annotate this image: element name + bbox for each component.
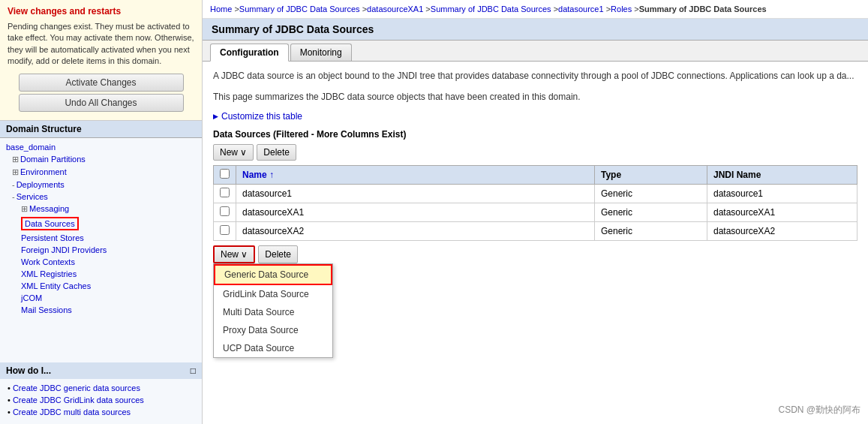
activate-changes-button[interactable]: Activate Changes bbox=[19, 74, 184, 92]
select-all-checkbox[interactable] bbox=[220, 169, 230, 179]
row-1-name: datasource1 bbox=[236, 185, 595, 203]
row-1-type: Generic bbox=[595, 185, 707, 203]
tree-item-messaging[interactable]: ⊞ Messaging bbox=[0, 203, 202, 215]
bottom-new-dropdown-container: New ∨ Generic Data Source GridLink Data … bbox=[213, 245, 255, 263]
row-1-jndi: datasource1 bbox=[707, 185, 857, 203]
expand-icon: - bbox=[12, 192, 15, 201]
view-changes-panel: View changes and restarts Pending change… bbox=[0, 0, 202, 121]
page-title: Summary of JDBC Data Sources bbox=[203, 19, 868, 41]
tree-link-foreign-jndi[interactable]: Foreign JNDI Providers bbox=[21, 245, 107, 254]
tree-item-xml-registries[interactable]: XML Registries bbox=[0, 268, 202, 280]
description-1: A JDBC data source is an object bound to… bbox=[213, 69, 857, 83]
dropdown-item-ucp[interactable]: UCP Data Source bbox=[214, 339, 332, 357]
datasource1-link[interactable]: datasource1 bbox=[242, 188, 292, 199]
row-checkbox-1 bbox=[214, 185, 236, 203]
dropdown-item-generic[interactable]: Generic Data Source bbox=[214, 264, 332, 285]
tree-item-deployments[interactable]: - Deployments bbox=[0, 179, 202, 191]
tree-item-xml-entity-caches[interactable]: XML Entity Caches bbox=[0, 280, 202, 292]
new-dropdown-menu: Generic Data Source GridLink Data Source… bbox=[213, 263, 333, 358]
expand-icon: ⊞ bbox=[12, 167, 19, 177]
bottom-new-button[interactable]: New ∨ bbox=[213, 245, 255, 263]
tree-item-work-contexts[interactable]: Work Contexts bbox=[0, 256, 202, 268]
tree-item-jcom[interactable]: jCOM bbox=[0, 292, 202, 304]
tree-item-foreign-jndi[interactable]: Foreign JNDI Providers bbox=[0, 244, 202, 256]
datasource-xa1-link[interactable]: datasourceXA1 bbox=[242, 207, 304, 218]
tree-link-work-contexts[interactable]: Work Contexts bbox=[21, 257, 75, 266]
row-1-checkbox[interactable] bbox=[220, 188, 230, 197]
tree-item-services[interactable]: - Services bbox=[0, 191, 202, 203]
tab-configuration[interactable]: Configuration bbox=[210, 44, 289, 62]
sidebar: View changes and restarts Pending change… bbox=[0, 0, 203, 424]
dropdown-item-proxy[interactable]: Proxy Data Source bbox=[214, 321, 332, 339]
table-row: datasourceXA2 Generic datasourceXA2 bbox=[214, 222, 857, 241]
breadcrumb-summary1[interactable]: Summary of JDBC Data Sources bbox=[239, 5, 360, 14]
breadcrumb-datasource-xa1[interactable]: datasourceXA1 bbox=[367, 5, 423, 14]
row-2-name: datasourceXA1 bbox=[236, 203, 595, 222]
row-3-type: Generic bbox=[595, 222, 707, 241]
table-title: Data Sources (Filtered - More Columns Ex… bbox=[213, 129, 857, 140]
tree-link-services[interactable]: Services bbox=[17, 192, 48, 201]
data-sources-table: Name ↑ Type JNDI Name datasource1 Generi… bbox=[213, 165, 857, 241]
collapse-icon[interactable]: □ bbox=[191, 365, 196, 376]
highlighted-data-sources: Data Sources bbox=[21, 217, 79, 230]
dropdown-item-gridlink[interactable]: GridLink Data Source bbox=[214, 285, 332, 303]
table-row: datasource1 Generic datasource1 bbox=[214, 185, 857, 203]
tree-item-persistent-stores[interactable]: Persistent Stores bbox=[0, 232, 202, 244]
breadcrumb-current: Summary of JDBC Data Sources bbox=[639, 5, 767, 14]
tree-item-environment[interactable]: ⊞ Environment bbox=[0, 166, 202, 179]
datasource-xa2-link[interactable]: datasourceXA2 bbox=[242, 226, 304, 236]
tree-item-data-sources[interactable]: Data Sources bbox=[0, 215, 202, 232]
bottom-toolbar: New ∨ Generic Data Source GridLink Data … bbox=[213, 245, 857, 263]
sort-name-link[interactable]: Name ↑ bbox=[242, 170, 274, 180]
table-row: datasourceXA1 Generic datasourceXA1 bbox=[214, 203, 857, 222]
view-changes-text: Pending changes exist. They must be acti… bbox=[8, 21, 194, 68]
row-2-checkbox[interactable] bbox=[220, 206, 230, 216]
dropdown-item-multi[interactable]: Multi Data Source bbox=[214, 303, 332, 321]
new-button-label: New ∨ bbox=[221, 249, 248, 260]
top-toolbar: New ∨ Delete bbox=[213, 144, 857, 161]
tree-link-deployments[interactable]: Deployments bbox=[17, 180, 65, 189]
breadcrumb-summary2[interactable]: Summary of JDBC Data Sources bbox=[431, 5, 551, 14]
tree-link-messaging[interactable]: Messaging bbox=[29, 204, 69, 213]
row-checkbox-2 bbox=[214, 203, 236, 222]
top-new-dropdown-container: New ∨ bbox=[213, 144, 254, 161]
tree-link-xml-registries[interactable]: XML Registries bbox=[21, 269, 77, 278]
breadcrumb-datasource1[interactable]: datasource1 bbox=[558, 5, 604, 14]
row-3-checkbox[interactable] bbox=[220, 225, 230, 235]
tree-item-domain-partitions[interactable]: ⊞ Domain Partitions bbox=[0, 153, 202, 166]
tree-root[interactable]: base_domain bbox=[0, 141, 202, 153]
main-content: Home >Summary of JDBC Data Sources >data… bbox=[203, 0, 868, 424]
how-do-i-link-3[interactable]: Create JDBC multi data sources bbox=[13, 407, 131, 416]
tree-item-mail-sessions[interactable]: Mail Sessions bbox=[0, 304, 202, 316]
watermark: CSDN @勤快的阿布 bbox=[778, 404, 860, 416]
th-jndi: JNDI Name bbox=[707, 166, 857, 185]
undo-changes-button[interactable]: Undo All Changes bbox=[19, 94, 184, 112]
tree-link-mail-sessions[interactable]: Mail Sessions bbox=[21, 305, 72, 314]
row-checkbox-3 bbox=[214, 222, 236, 241]
tree-link-domain-partitions[interactable]: Domain Partitions bbox=[20, 155, 86, 164]
tree-link-persistent-stores[interactable]: Persistent Stores bbox=[21, 233, 84, 242]
expand-icon: ⊞ bbox=[21, 204, 28, 214]
top-delete-button[interactable]: Delete bbox=[257, 144, 296, 161]
breadcrumb: Home >Summary of JDBC Data Sources >data… bbox=[203, 0, 868, 19]
row-3-jndi: datasourceXA2 bbox=[707, 222, 857, 241]
customize-table-link[interactable]: Customize this table bbox=[213, 111, 857, 122]
tree-link-jcom[interactable]: jCOM bbox=[21, 293, 42, 302]
bottom-delete-button[interactable]: Delete bbox=[258, 245, 298, 263]
tabs-container: Configuration Monitoring bbox=[203, 41, 868, 62]
breadcrumb-home[interactable]: Home bbox=[210, 5, 232, 14]
how-do-i-link-2[interactable]: Create JDBC GridLink data sources bbox=[13, 395, 144, 404]
how-do-i-label: How do I... bbox=[6, 365, 51, 376]
breadcrumb-roles[interactable]: Roles bbox=[611, 5, 632, 14]
tree-link-data-sources[interactable]: Data Sources bbox=[25, 219, 75, 228]
tree-link-xml-entity-caches[interactable]: XML Entity Caches bbox=[21, 281, 91, 290]
th-name: Name ↑ bbox=[236, 166, 595, 185]
tab-monitoring[interactable]: Monitoring bbox=[290, 44, 352, 61]
domain-tree: base_domain ⊞ Domain Partitions ⊞ Enviro… bbox=[0, 138, 202, 362]
tree-root-link[interactable]: base_domain bbox=[6, 143, 56, 152]
content-area: A JDBC data source is an object bound to… bbox=[203, 62, 868, 424]
top-new-button[interactable]: New ∨ bbox=[213, 144, 254, 161]
tree-link-environment[interactable]: Environment bbox=[20, 167, 67, 176]
how-do-i-header: How do I... □ bbox=[0, 362, 202, 379]
how-do-i-link-1[interactable]: Create JDBC generic data sources bbox=[13, 383, 140, 392]
